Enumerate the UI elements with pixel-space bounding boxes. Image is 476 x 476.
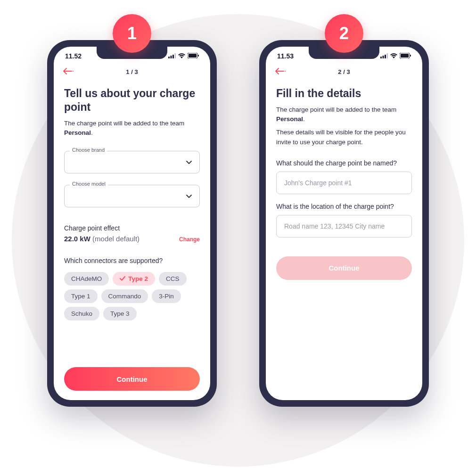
svg-rect-11 — [387, 53, 388, 58]
subtitle-team: Personal — [276, 115, 303, 123]
svg-point-15 — [285, 71, 286, 72]
subtitle-pre: The charge point will be added to the te… — [276, 106, 396, 113]
svg-rect-5 — [189, 54, 197, 57]
svg-rect-8 — [380, 57, 382, 58]
effect-row: 22.0 kW (model default) Change — [64, 235, 200, 243]
arrow-left-icon — [63, 68, 74, 74]
subtitle-pre: The charge point will be added to the te… — [64, 120, 184, 127]
chip-type2[interactable]: Type 2 — [113, 272, 155, 286]
effect-label: Charge point effect — [64, 224, 200, 232]
connector-chips: CHAdeMO Type 2 CCS Type 1 Commando 3-Pin… — [64, 272, 200, 320]
svg-rect-9 — [383, 56, 384, 58]
location-label: What is the location of the charge point… — [276, 203, 412, 210]
subtitle-post: . — [91, 129, 93, 136]
step-indicator: 2 / 3 — [275, 68, 413, 75]
chip-3pin[interactable]: 3-Pin — [152, 289, 181, 303]
svg-rect-3 — [175, 53, 176, 58]
connectors-label: Which connectors are supported? — [64, 257, 200, 264]
step-badge-1: 1 — [113, 14, 151, 53]
chip-type2-label: Type 2 — [128, 275, 148, 282]
name-input[interactable]: John's Charge point #1 — [276, 172, 412, 194]
screen-2: 11.53 2 / 3 Fill in the details — [266, 47, 422, 400]
svg-rect-0 — [168, 57, 170, 58]
model-select[interactable]: Choose model — [64, 185, 200, 207]
model-label: Choose model — [70, 181, 108, 187]
brand-select[interactable]: Choose brand — [64, 151, 200, 173]
svg-rect-2 — [172, 55, 174, 58]
chip-schuko[interactable]: Schuko — [64, 307, 99, 320]
back-button[interactable] — [275, 67, 286, 77]
check-icon — [120, 275, 125, 282]
page-subtitle: The charge point will be added to the te… — [64, 119, 200, 138]
page-title: Fill in the details — [276, 87, 412, 100]
phone-frame-1: 11.52 1 / 3 Tell us about your charge po… — [47, 40, 217, 407]
svg-rect-6 — [198, 55, 199, 57]
svg-point-7 — [73, 71, 74, 72]
back-button[interactable] — [63, 67, 74, 77]
location-input[interactable]: Road name 123, 12345 City name — [276, 215, 412, 238]
status-time: 11.53 — [277, 52, 294, 60]
chip-ccs[interactable]: CCS — [159, 272, 187, 286]
phone-1-wrap: 1 11.52 1 / 3 — [47, 40, 217, 407]
subtitle-post: . — [303, 115, 305, 123]
step-indicator: 1 / 3 — [63, 68, 201, 75]
effect-kw: 22.0 kW — [64, 235, 90, 243]
wifi-icon — [390, 52, 397, 60]
svg-rect-10 — [385, 55, 386, 58]
nav-bar: 1 / 3 — [54, 62, 210, 80]
status-icons — [168, 52, 199, 60]
page-title: Tell us about your charge point — [64, 87, 200, 114]
svg-rect-1 — [171, 56, 172, 58]
svg-rect-14 — [410, 55, 411, 57]
brand-label: Choose brand — [70, 147, 107, 153]
signal-icon — [168, 52, 176, 60]
nav-bar: 2 / 3 — [266, 62, 422, 80]
effect-note: (model default) — [90, 235, 140, 243]
chip-type1[interactable]: Type 1 — [64, 289, 98, 303]
signal-icon — [380, 52, 388, 60]
chip-commando[interactable]: Commando — [101, 289, 148, 303]
phone-frame-2: 11.53 2 / 3 Fill in the details — [259, 40, 429, 407]
effect-value: 22.0 kW (model default) — [64, 235, 140, 243]
chevron-down-icon — [186, 192, 192, 200]
arrow-left-icon — [275, 68, 286, 74]
phone-2-wrap: 2 11.53 2 / 3 — [259, 40, 429, 407]
name-label: What should the charge point be named? — [276, 159, 412, 167]
screen-1: 11.52 1 / 3 Tell us about your charge po… — [54, 47, 210, 400]
svg-rect-13 — [401, 54, 409, 57]
battery-icon — [188, 52, 199, 60]
continue-button[interactable]: Continue — [64, 367, 200, 391]
subtitle-team: Personal — [64, 129, 91, 136]
status-icons — [380, 52, 411, 60]
page-subtitle-2: These details will be visible for the pe… — [276, 128, 412, 147]
battery-icon — [400, 52, 411, 60]
continue-button[interactable]: Continue — [276, 256, 412, 280]
chip-type3[interactable]: Type 3 — [103, 307, 137, 320]
wifi-icon — [178, 52, 185, 60]
chip-chademo[interactable]: CHAdeMO — [64, 272, 109, 286]
step-badge-2: 2 — [325, 14, 363, 53]
chevron-down-icon — [186, 158, 192, 166]
status-time: 11.52 — [65, 52, 82, 60]
change-link[interactable]: Change — [179, 236, 200, 243]
page-subtitle: The charge point will be added to the te… — [276, 105, 412, 124]
